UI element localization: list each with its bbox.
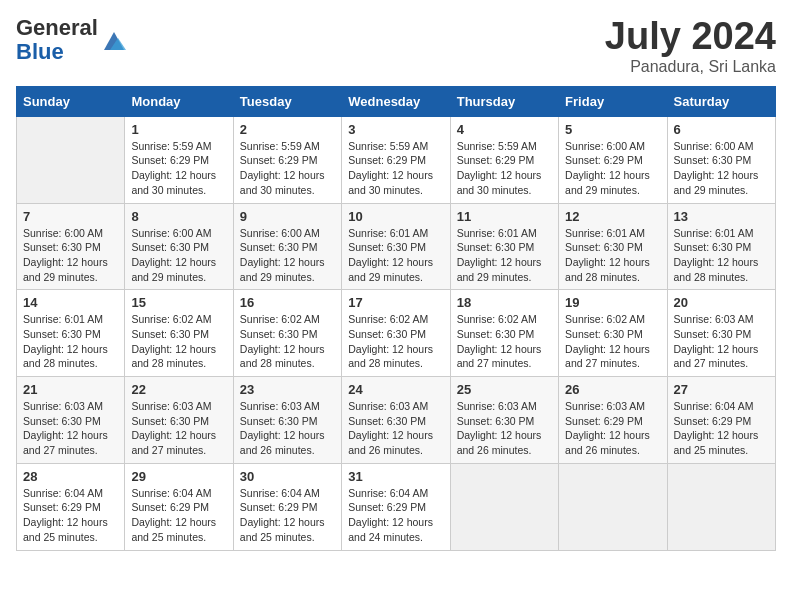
day-number: 22 <box>131 382 226 397</box>
calendar-week-3: 14Sunrise: 6:01 AM Sunset: 6:30 PM Dayli… <box>17 290 776 377</box>
day-info: Sunrise: 6:02 AM Sunset: 6:30 PM Dayligh… <box>240 312 335 371</box>
day-info: Sunrise: 6:03 AM Sunset: 6:30 PM Dayligh… <box>457 399 552 458</box>
calendar-week-5: 28Sunrise: 6:04 AM Sunset: 6:29 PM Dayli… <box>17 463 776 550</box>
day-number: 29 <box>131 469 226 484</box>
calendar-cell <box>559 463 667 550</box>
day-number: 23 <box>240 382 335 397</box>
column-header-saturday: Saturday <box>667 86 775 116</box>
calendar-cell: 25Sunrise: 6:03 AM Sunset: 6:30 PM Dayli… <box>450 377 558 464</box>
day-number: 11 <box>457 209 552 224</box>
day-number: 24 <box>348 382 443 397</box>
day-info: Sunrise: 6:04 AM Sunset: 6:29 PM Dayligh… <box>674 399 769 458</box>
day-info: Sunrise: 6:01 AM Sunset: 6:30 PM Dayligh… <box>674 226 769 285</box>
day-number: 15 <box>131 295 226 310</box>
day-info: Sunrise: 6:02 AM Sunset: 6:30 PM Dayligh… <box>131 312 226 371</box>
day-info: Sunrise: 6:00 AM Sunset: 6:30 PM Dayligh… <box>131 226 226 285</box>
day-info: Sunrise: 6:02 AM Sunset: 6:30 PM Dayligh… <box>348 312 443 371</box>
day-number: 5 <box>565 122 660 137</box>
day-info: Sunrise: 6:04 AM Sunset: 6:29 PM Dayligh… <box>348 486 443 545</box>
day-number: 9 <box>240 209 335 224</box>
day-number: 18 <box>457 295 552 310</box>
column-header-friday: Friday <box>559 86 667 116</box>
calendar-cell: 24Sunrise: 6:03 AM Sunset: 6:30 PM Dayli… <box>342 377 450 464</box>
day-info: Sunrise: 6:02 AM Sunset: 6:30 PM Dayligh… <box>565 312 660 371</box>
calendar-cell: 19Sunrise: 6:02 AM Sunset: 6:30 PM Dayli… <box>559 290 667 377</box>
logo: General Blue <box>16 16 128 64</box>
calendar-cell: 18Sunrise: 6:02 AM Sunset: 6:30 PM Dayli… <box>450 290 558 377</box>
calendar-cell <box>667 463 775 550</box>
calendar-week-4: 21Sunrise: 6:03 AM Sunset: 6:30 PM Dayli… <box>17 377 776 464</box>
day-number: 4 <box>457 122 552 137</box>
day-number: 13 <box>674 209 769 224</box>
day-info: Sunrise: 6:01 AM Sunset: 6:30 PM Dayligh… <box>23 312 118 371</box>
day-number: 2 <box>240 122 335 137</box>
column-header-sunday: Sunday <box>17 86 125 116</box>
day-info: Sunrise: 5:59 AM Sunset: 6:29 PM Dayligh… <box>348 139 443 198</box>
day-number: 25 <box>457 382 552 397</box>
calendar-cell: 2Sunrise: 5:59 AM Sunset: 6:29 PM Daylig… <box>233 116 341 203</box>
calendar-cell: 1Sunrise: 5:59 AM Sunset: 6:29 PM Daylig… <box>125 116 233 203</box>
day-number: 19 <box>565 295 660 310</box>
day-info: Sunrise: 5:59 AM Sunset: 6:29 PM Dayligh… <box>240 139 335 198</box>
column-header-wednesday: Wednesday <box>342 86 450 116</box>
calendar-cell: 3Sunrise: 5:59 AM Sunset: 6:29 PM Daylig… <box>342 116 450 203</box>
calendar-cell: 9Sunrise: 6:00 AM Sunset: 6:30 PM Daylig… <box>233 203 341 290</box>
day-info: Sunrise: 6:01 AM Sunset: 6:30 PM Dayligh… <box>457 226 552 285</box>
location: Panadura, Sri Lanka <box>605 58 776 76</box>
logo-general: General <box>16 15 98 40</box>
day-info: Sunrise: 6:00 AM Sunset: 6:30 PM Dayligh… <box>240 226 335 285</box>
calendar-cell: 4Sunrise: 5:59 AM Sunset: 6:29 PM Daylig… <box>450 116 558 203</box>
day-info: Sunrise: 6:04 AM Sunset: 6:29 PM Dayligh… <box>131 486 226 545</box>
calendar-cell: 27Sunrise: 6:04 AM Sunset: 6:29 PM Dayli… <box>667 377 775 464</box>
calendar-cell: 31Sunrise: 6:04 AM Sunset: 6:29 PM Dayli… <box>342 463 450 550</box>
column-header-monday: Monday <box>125 86 233 116</box>
day-info: Sunrise: 5:59 AM Sunset: 6:29 PM Dayligh… <box>457 139 552 198</box>
day-info: Sunrise: 6:00 AM Sunset: 6:30 PM Dayligh… <box>23 226 118 285</box>
calendar-week-1: 1Sunrise: 5:59 AM Sunset: 6:29 PM Daylig… <box>17 116 776 203</box>
calendar-cell: 22Sunrise: 6:03 AM Sunset: 6:30 PM Dayli… <box>125 377 233 464</box>
day-number: 27 <box>674 382 769 397</box>
calendar-cell: 16Sunrise: 6:02 AM Sunset: 6:30 PM Dayli… <box>233 290 341 377</box>
calendar-cell: 30Sunrise: 6:04 AM Sunset: 6:29 PM Dayli… <box>233 463 341 550</box>
day-info: Sunrise: 6:04 AM Sunset: 6:29 PM Dayligh… <box>23 486 118 545</box>
day-number: 31 <box>348 469 443 484</box>
day-number: 8 <box>131 209 226 224</box>
month-title: July 2024 <box>605 16 776 58</box>
day-number: 6 <box>674 122 769 137</box>
day-info: Sunrise: 6:00 AM Sunset: 6:30 PM Dayligh… <box>674 139 769 198</box>
calendar-cell <box>17 116 125 203</box>
day-info: Sunrise: 6:03 AM Sunset: 6:30 PM Dayligh… <box>674 312 769 371</box>
title-block: July 2024 Panadura, Sri Lanka <box>605 16 776 76</box>
calendar-cell: 12Sunrise: 6:01 AM Sunset: 6:30 PM Dayli… <box>559 203 667 290</box>
calendar-cell: 5Sunrise: 6:00 AM Sunset: 6:29 PM Daylig… <box>559 116 667 203</box>
calendar-cell: 11Sunrise: 6:01 AM Sunset: 6:30 PM Dayli… <box>450 203 558 290</box>
logo-text: General Blue <box>16 16 98 64</box>
day-info: Sunrise: 6:01 AM Sunset: 6:30 PM Dayligh… <box>565 226 660 285</box>
day-number: 28 <box>23 469 118 484</box>
day-number: 20 <box>674 295 769 310</box>
day-info: Sunrise: 6:00 AM Sunset: 6:29 PM Dayligh… <box>565 139 660 198</box>
day-info: Sunrise: 6:02 AM Sunset: 6:30 PM Dayligh… <box>457 312 552 371</box>
day-number: 30 <box>240 469 335 484</box>
calendar-cell: 10Sunrise: 6:01 AM Sunset: 6:30 PM Dayli… <box>342 203 450 290</box>
day-number: 26 <box>565 382 660 397</box>
column-header-tuesday: Tuesday <box>233 86 341 116</box>
day-number: 14 <box>23 295 118 310</box>
calendar-week-2: 7Sunrise: 6:00 AM Sunset: 6:30 PM Daylig… <box>17 203 776 290</box>
day-number: 12 <box>565 209 660 224</box>
logo-icon <box>100 26 128 54</box>
day-info: Sunrise: 6:03 AM Sunset: 6:30 PM Dayligh… <box>240 399 335 458</box>
day-info: Sunrise: 6:01 AM Sunset: 6:30 PM Dayligh… <box>348 226 443 285</box>
calendar-cell: 8Sunrise: 6:00 AM Sunset: 6:30 PM Daylig… <box>125 203 233 290</box>
day-info: Sunrise: 5:59 AM Sunset: 6:29 PM Dayligh… <box>131 139 226 198</box>
calendar-cell: 20Sunrise: 6:03 AM Sunset: 6:30 PM Dayli… <box>667 290 775 377</box>
day-number: 7 <box>23 209 118 224</box>
day-number: 21 <box>23 382 118 397</box>
calendar-cell: 7Sunrise: 6:00 AM Sunset: 6:30 PM Daylig… <box>17 203 125 290</box>
day-info: Sunrise: 6:03 AM Sunset: 6:29 PM Dayligh… <box>565 399 660 458</box>
calendar-cell: 13Sunrise: 6:01 AM Sunset: 6:30 PM Dayli… <box>667 203 775 290</box>
day-info: Sunrise: 6:03 AM Sunset: 6:30 PM Dayligh… <box>23 399 118 458</box>
calendar-cell: 15Sunrise: 6:02 AM Sunset: 6:30 PM Dayli… <box>125 290 233 377</box>
day-number: 3 <box>348 122 443 137</box>
header-row: SundayMondayTuesdayWednesdayThursdayFrid… <box>17 86 776 116</box>
